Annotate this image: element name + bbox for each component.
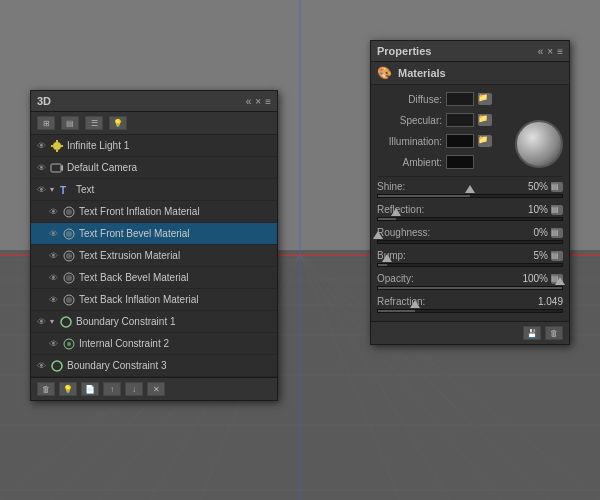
eye-icon[interactable]: 👁: [47, 338, 59, 350]
roughness-label: Roughness:: [377, 227, 430, 238]
eye-icon[interactable]: 👁: [35, 184, 47, 196]
reflection-thumb[interactable]: [391, 208, 401, 216]
tool-grid-icon[interactable]: ⊞: [37, 116, 55, 130]
material-preview-sphere: [515, 120, 563, 168]
layer-name: Text: [76, 184, 273, 195]
svg-point-31: [66, 209, 72, 215]
ambient-swatch[interactable]: [446, 155, 474, 169]
roughness-track[interactable]: [377, 240, 563, 244]
eye-icon[interactable]: 👁: [35, 316, 47, 328]
layer-row[interactable]: 👁 ▾ T Text: [31, 179, 277, 201]
props-close[interactable]: ×: [547, 46, 553, 57]
panel-properties: Properties « × ≡ 🎨 Materials Diffuse: 📁 …: [370, 40, 570, 345]
roughness-thumb[interactable]: [373, 231, 383, 239]
eye-icon[interactable]: 👁: [35, 162, 47, 174]
panel-3d-menu[interactable]: ≡: [265, 96, 271, 107]
diffuse-folder-icon[interactable]: 📁: [478, 93, 492, 105]
svg-marker-28: [61, 165, 63, 171]
eye-icon[interactable]: 👁: [47, 228, 59, 240]
reflection-folder-icon[interactable]: ▤: [551, 205, 563, 215]
panel-3d-collapse[interactable]: «: [246, 96, 252, 107]
eye-icon[interactable]: 👁: [35, 140, 47, 152]
svg-point-35: [66, 253, 72, 259]
delete-layer-icon[interactable]: 🗑: [37, 382, 55, 396]
layer-row[interactable]: 👁 ▾ Boundary Constraint 1: [31, 311, 277, 333]
props-title: Properties: [377, 45, 431, 57]
specular-folder-icon[interactable]: 📁: [478, 114, 492, 126]
opacity-thumb[interactable]: [555, 277, 565, 285]
layer-row[interactable]: 👁 Boundary Constraint 3: [31, 355, 277, 377]
svg-point-37: [66, 275, 72, 281]
specular-swatch[interactable]: [446, 113, 474, 127]
roughness-slider-header: Roughness: 0% ▤: [377, 227, 563, 238]
layer-name: Text Back Inflation Material: [79, 294, 273, 305]
layer-name: Boundary Constraint 3: [67, 360, 273, 371]
svg-point-42: [67, 342, 71, 346]
roughness-folder-icon[interactable]: ▤: [551, 228, 563, 238]
svg-point-40: [61, 317, 71, 327]
diffuse-swatch[interactable]: [446, 92, 474, 106]
bump-track[interactable]: [377, 263, 563, 267]
divider: [377, 176, 563, 177]
shine-thumb[interactable]: [465, 185, 475, 193]
roughness-slider-row: Roughness: 0% ▤: [377, 227, 563, 244]
roughness-value: 0%: [534, 227, 548, 238]
material-icon: [62, 227, 76, 241]
props-delete-icon[interactable]: 🗑: [545, 326, 563, 340]
eye-icon[interactable]: 👁: [47, 206, 59, 218]
eye-icon[interactable]: 👁: [47, 294, 59, 306]
diffuse-row: Diffuse: 📁: [377, 89, 563, 109]
add-light-icon[interactable]: 💡: [59, 382, 77, 396]
layer-row[interactable]: 👁 Text Extrusion Material: [31, 245, 277, 267]
props-menu[interactable]: ≡: [557, 46, 563, 57]
layer-row[interactable]: 👁 Default Camera: [31, 157, 277, 179]
tool-layers-icon[interactable]: ☰: [85, 116, 103, 130]
bump-slider-header: Bump: 5% ▤: [377, 250, 563, 261]
layer-row[interactable]: 👁 Text Front Inflation Material: [31, 201, 277, 223]
layer-row[interactable]: 👁 Infinite Light 1: [31, 135, 277, 157]
layer-name: Internal Constraint 2: [79, 338, 273, 349]
layer-row[interactable]: 👁 Text Back Bevel Material: [31, 267, 277, 289]
panel-3d-bottom-toolbar: 🗑 💡 📄 ↑ ↓ ✕: [31, 377, 277, 400]
props-controls: « × ≡: [538, 46, 563, 57]
specular-label: Specular:: [377, 115, 442, 126]
shine-track[interactable]: [377, 194, 563, 198]
layer-row-selected[interactable]: 👁 Text Front Bevel Material: [31, 223, 277, 245]
refraction-value: 1.049: [538, 296, 563, 307]
layer-name: Text Front Inflation Material: [79, 206, 273, 217]
illumination-folder-icon[interactable]: 📁: [478, 135, 492, 147]
refraction-track[interactable]: [377, 309, 563, 313]
layer-row[interactable]: 👁 Internal Constraint 2: [31, 333, 277, 355]
shine-folder-icon[interactable]: ▤: [551, 182, 563, 192]
props-collapse[interactable]: «: [538, 46, 544, 57]
bump-folder-icon[interactable]: ▤: [551, 251, 563, 261]
refraction-thumb[interactable]: [410, 300, 420, 308]
eye-icon[interactable]: 👁: [35, 360, 47, 372]
props-save-icon[interactable]: 💾: [523, 326, 541, 340]
layer-row[interactable]: 👁 Text Back Inflation Material: [31, 289, 277, 311]
svg-point-39: [66, 297, 72, 303]
opacity-track[interactable]: [377, 286, 563, 290]
tool-table-icon[interactable]: ▤: [61, 116, 79, 130]
reflection-slider-row: Reflection: 10% ▤: [377, 204, 563, 221]
eye-icon[interactable]: 👁: [47, 250, 59, 262]
trash-icon[interactable]: ✕: [147, 382, 165, 396]
reflection-slider-header: Reflection: 10% ▤: [377, 204, 563, 215]
illumination-swatch[interactable]: [446, 134, 474, 148]
add-layer-icon[interactable]: 📄: [81, 382, 99, 396]
eye-icon[interactable]: 👁: [47, 272, 59, 284]
camera-icon: [50, 161, 64, 175]
materials-tab[interactable]: Materials: [398, 67, 446, 79]
panel-3d-header: 3D « × ≡: [31, 91, 277, 112]
opacity-fill: [378, 287, 562, 289]
reflection-track[interactable]: [377, 217, 563, 221]
bump-thumb[interactable]: [382, 254, 392, 262]
tool-light-icon[interactable]: 💡: [109, 116, 127, 130]
layer-name: Default Camera: [67, 162, 273, 173]
constraint-inner-icon: [62, 337, 76, 351]
svg-point-33: [66, 231, 72, 237]
move-up-icon[interactable]: ↑: [103, 382, 121, 396]
shine-label: Shine:: [377, 181, 405, 192]
panel-3d-close[interactable]: ×: [255, 96, 261, 107]
move-down-icon[interactable]: ↓: [125, 382, 143, 396]
